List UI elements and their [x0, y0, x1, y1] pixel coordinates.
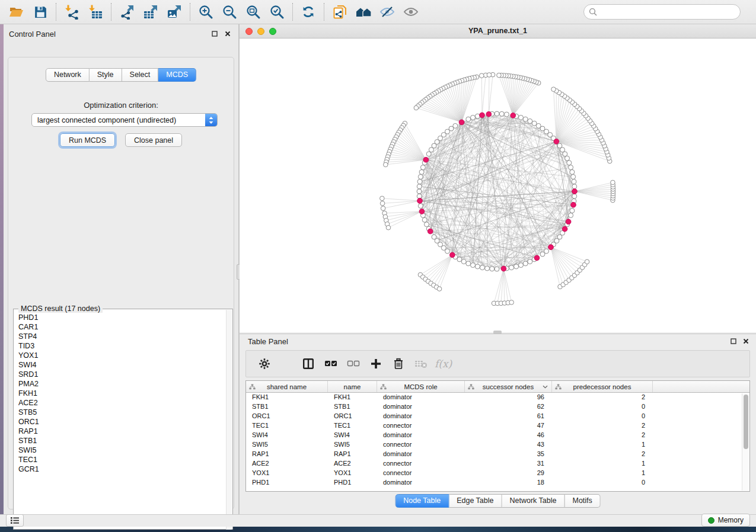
mcds-result-item[interactable]: CAR1	[18, 322, 224, 332]
mcds-network-node[interactable]	[571, 202, 576, 207]
first-neighbors-button[interactable]	[352, 2, 375, 22]
network-node[interactable]	[426, 152, 431, 156]
network-node[interactable]	[544, 249, 549, 254]
mcds-result-item[interactable]: TEC1	[18, 455, 224, 464]
run-mcds-button[interactable]: Run MCDS	[60, 133, 115, 147]
open-session-button[interactable]	[5, 2, 28, 22]
network-node[interactable]	[495, 111, 499, 116]
network-node[interactable]	[471, 115, 476, 120]
network-node[interactable]	[380, 196, 385, 201]
float-panel-icon[interactable]	[210, 30, 218, 37]
network-node[interactable]	[424, 222, 429, 227]
mcds-network-node[interactable]	[572, 189, 578, 194]
zoom-selected-button[interactable]	[265, 2, 289, 22]
network-node[interactable]	[466, 261, 471, 266]
network-node[interactable]	[487, 73, 492, 78]
network-node[interactable]	[386, 225, 391, 230]
close-panel-icon[interactable]	[742, 337, 749, 345]
network-node[interactable]	[418, 174, 423, 179]
network-node[interactable]	[518, 115, 523, 120]
mcds-result-item[interactable]: RAP1	[18, 427, 224, 436]
network-node[interactable]	[417, 180, 422, 184]
network-node[interactable]	[514, 264, 519, 269]
mcds-network-node[interactable]	[449, 252, 455, 258]
network-node[interactable]	[569, 165, 573, 170]
network-node[interactable]	[509, 265, 514, 270]
network-node[interactable]	[437, 287, 442, 291]
export-image-button[interactable]	[162, 2, 186, 22]
network-node[interactable]	[528, 118, 532, 123]
create-column-button[interactable]	[367, 354, 385, 374]
mcds-network-node[interactable]	[566, 219, 571, 225]
network-node[interactable]	[532, 121, 537, 126]
show-columns-button[interactable]	[299, 354, 317, 374]
table-row[interactable]: YOX1YOX1connector291	[246, 469, 749, 478]
network-node[interactable]	[563, 152, 567, 156]
mcds-result-item[interactable]: STP4	[18, 332, 224, 341]
close-panel-button[interactable]: Close panel	[125, 133, 182, 147]
mcds-network-node[interactable]	[501, 266, 506, 271]
memory-button[interactable]: Memory	[701, 514, 750, 527]
network-node[interactable]	[497, 73, 502, 78]
mcds-result-item[interactable]: YOX1	[18, 351, 224, 360]
mcds-result-item[interactable]: SWI4	[18, 360, 224, 370]
mcds-network-node[interactable]	[511, 113, 516, 118]
network-node[interactable]	[429, 148, 433, 152]
network-node[interactable]	[499, 111, 504, 116]
tab-node-table[interactable]: Node Table	[395, 494, 449, 508]
table-row[interactable]: TEC1TEC1connector472	[246, 421, 749, 431]
network-node[interactable]	[518, 263, 523, 268]
tab-select[interactable]: Select	[122, 68, 159, 82]
zoom-fit-button[interactable]	[241, 2, 265, 22]
mcds-network-node[interactable]	[548, 245, 554, 250]
clone-network-button[interactable]	[328, 2, 352, 22]
mcds-network-node[interactable]	[459, 120, 464, 125]
export-network-button[interactable]	[115, 2, 139, 22]
table-row[interactable]: STB1STB1dominator620	[246, 402, 749, 412]
network-node[interactable]	[567, 161, 572, 165]
save-session-button[interactable]	[28, 2, 52, 22]
mcds-result-item[interactable]: SRD1	[18, 370, 224, 379]
network-node[interactable]	[485, 266, 490, 271]
table-settings-button[interactable]	[256, 354, 273, 374]
node-table[interactable]: shared namenameMCDS rolesuccessor nodesp…	[245, 380, 750, 492]
mcds-result-item[interactable]: STB5	[18, 408, 224, 417]
mcds-network-node[interactable]	[423, 157, 429, 162]
network-node[interactable]	[570, 209, 575, 213]
table-row[interactable]: PHD1PHD1dominator180	[246, 478, 749, 488]
network-canvas[interactable]	[240, 39, 756, 332]
column-header-mcds-role[interactable]: MCDS role	[377, 381, 465, 392]
network-node[interactable]	[475, 114, 480, 118]
mcds-network-node[interactable]	[480, 113, 485, 118]
table-scrollbar-thumb[interactable]	[744, 395, 748, 449]
table-row[interactable]: ACE2ACE2connector311	[246, 459, 749, 469]
delete-column-button[interactable]	[390, 354, 407, 374]
column-header-name[interactable]: name	[328, 381, 377, 392]
network-node[interactable]	[418, 204, 423, 209]
network-node[interactable]	[551, 87, 556, 92]
network-node[interactable]	[572, 184, 577, 189]
mcds-network-node[interactable]	[417, 198, 423, 204]
mcds-network-node[interactable]	[428, 229, 433, 234]
network-node[interactable]	[572, 194, 577, 198]
column-header-successor-nodes[interactable]: successor nodes	[465, 381, 552, 392]
import-network-button[interactable]	[60, 2, 84, 22]
mcds-result-item[interactable]: STB1	[18, 436, 224, 446]
network-node[interactable]	[569, 213, 573, 217]
deselect-all-columns-button[interactable]	[344, 354, 362, 374]
tab-network-table[interactable]: Network Table	[502, 494, 565, 508]
zoom-out-button[interactable]	[218, 2, 241, 22]
mcds-result-item[interactable]: PHD1	[18, 313, 224, 322]
mcds-network-node[interactable]	[554, 139, 559, 144]
float-panel-icon[interactable]	[729, 337, 737, 345]
mcds-network-node[interactable]	[486, 111, 492, 117]
network-node[interactable]	[420, 165, 425, 170]
network-node[interactable]	[422, 217, 427, 222]
network-node[interactable]	[471, 263, 476, 268]
mcds-list-scrollbar[interactable]	[226, 310, 232, 530]
network-node[interactable]	[536, 123, 541, 128]
network-node[interactable]	[490, 267, 495, 271]
mcds-result-item[interactable]: GCR1	[18, 464, 224, 474]
table-row[interactable]: SWI5SWI5connector431	[246, 440, 749, 450]
network-node[interactable]	[475, 264, 480, 269]
